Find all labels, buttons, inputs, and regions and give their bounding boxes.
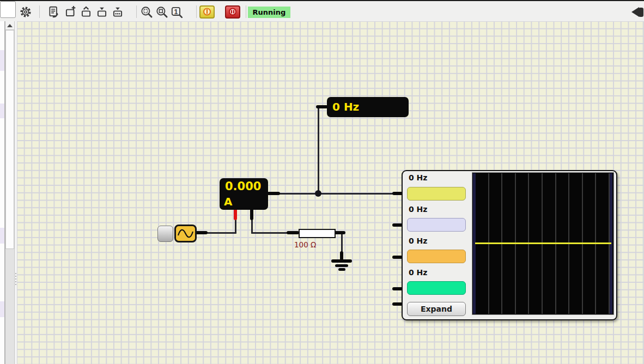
- pause-icon: [227, 10, 239, 19]
- wire-ammeter-to-scope[interactable]: [275, 193, 396, 195]
- collapse-panel-icon[interactable]: [631, 7, 639, 17]
- toolbar-corner-box: [0, 1, 16, 18]
- power-icon: [201, 10, 213, 19]
- scrollbar-up-button[interactable]: [5, 21, 14, 30]
- zoom-to-circuit-button[interactable]: [139, 5, 154, 19]
- ammeter-negative-lead: [250, 209, 253, 220]
- frequency-meter-value: 0 Hz: [332, 100, 359, 113]
- wire-source-to-ammeter-h[interactable]: [206, 232, 236, 234]
- toolbar-separator: [246, 5, 246, 18]
- panel-item-sliver: [0, 50, 4, 71]
- channel3-button[interactable]: [407, 250, 466, 263]
- open-circuit-button[interactable]: [79, 5, 93, 19]
- source-push-button[interactable]: [157, 226, 173, 242]
- svg-text:1: 1: [174, 8, 178, 16]
- power-on-button[interactable]: [199, 5, 215, 19]
- zoom-one-button[interactable]: 1: [169, 5, 184, 19]
- resistor-left-pin: [287, 231, 299, 234]
- ground-bar-middle: [335, 264, 348, 267]
- frequency-meter-pin: [316, 105, 328, 108]
- scrollbar-track[interactable]: [5, 249, 14, 364]
- box-dots-icon: [111, 5, 124, 19]
- scope-trace: [475, 242, 611, 244]
- frequency-meter[interactable]: 0 Hz: [327, 97, 409, 117]
- gear-icon: [19, 5, 32, 19]
- ground-symbol[interactable]: [331, 259, 352, 263]
- wire-to-frequency-meter[interactable]: [318, 107, 319, 194]
- new-circuit-button[interactable]: [63, 5, 77, 19]
- panel-item-sliver: [0, 228, 4, 244]
- recent-circuits-button[interactable]: [47, 5, 61, 19]
- main-toolbar: 1 Running: [0, 1, 644, 22]
- magnifier-dashed-icon: [140, 5, 153, 19]
- magnifier-box-icon: [155, 5, 168, 19]
- collapse-panel-handle[interactable]: [639, 8, 643, 17]
- scroll-up-icon: [7, 24, 13, 27]
- resistor-value-label: 100 Ω: [294, 240, 316, 249]
- ammeter-unit: A: [224, 195, 232, 208]
- channel2-frequency: 0 Hz: [409, 205, 463, 214]
- box-up-arrow-icon: [80, 5, 93, 19]
- expand-button[interactable]: Expand: [407, 302, 466, 316]
- wire-junction-dot: [315, 190, 321, 197]
- box-plus-icon: [64, 5, 77, 19]
- left-panel-edge: [0, 21, 4, 364]
- wire-source-to-ammeter-v[interactable]: [235, 219, 236, 234]
- simulation-status-badge: Running: [248, 7, 290, 18]
- panel-item-sliver: [0, 104, 4, 118]
- wire-ammeter-to-resistor-h[interactable]: [251, 232, 289, 234]
- ammeter-value: 0.000: [225, 180, 261, 193]
- ac-source[interactable]: [174, 225, 197, 242]
- channel4-button[interactable]: [407, 281, 466, 295]
- pause-button[interactable]: [225, 5, 240, 19]
- box-down-arrow-icon: [95, 5, 108, 19]
- toolbar-separator: [136, 5, 137, 18]
- document-arrow-icon: [47, 5, 60, 19]
- ground-bar-bottom: [338, 268, 345, 271]
- sine-wave-icon: [176, 233, 195, 243]
- save-circuit-button[interactable]: [95, 5, 109, 19]
- scrollbar-thumb[interactable]: [5, 30, 14, 249]
- save-circuit-as-button[interactable]: [111, 5, 125, 19]
- channel1-button[interactable]: [407, 187, 466, 201]
- source-output-pin: [195, 231, 208, 234]
- zoom-to-fit-button[interactable]: [155, 5, 169, 19]
- channel4-frequency: 0 Hz: [409, 268, 463, 277]
- settings-button[interactable]: [19, 5, 33, 19]
- panel-item-sliver: [0, 301, 4, 317]
- resistor[interactable]: [299, 229, 336, 238]
- channel2-button[interactable]: [407, 218, 466, 232]
- wire-resistor-to-ground[interactable]: [341, 233, 343, 253]
- toolbar-separator: [39, 5, 40, 18]
- channel3-frequency: 0 Hz: [409, 236, 463, 245]
- ammeter-output-pin: [267, 192, 280, 195]
- ammeter[interactable]: 0.000 A: [220, 178, 268, 210]
- magnifier-one-icon: 1: [170, 5, 183, 19]
- wire-ammeter-to-resistor-v[interactable]: [251, 219, 253, 234]
- toolbar-separator: [196, 5, 197, 18]
- simulator-window: 1 Running: [0, 0, 644, 364]
- ammeter-positive-lead: [234, 209, 237, 220]
- channel1-frequency: 0 Hz: [409, 173, 463, 182]
